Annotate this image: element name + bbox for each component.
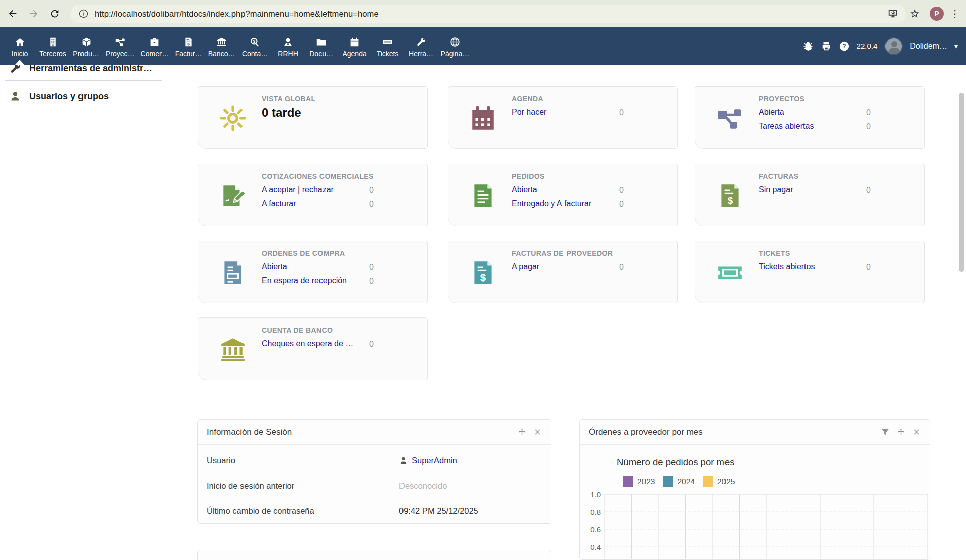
widget-agenda: AGENDA Por hacer 0 (448, 86, 678, 149)
previous-login-value: Desconocido (399, 481, 447, 491)
menu-tab-herramientas[interactable]: Herra… (405, 27, 438, 65)
session-panel-title: Información de Sesión (207, 427, 511, 437)
bookmark-star-icon[interactable] (906, 5, 923, 22)
user-avatar[interactable] (884, 37, 903, 55)
widget-cotizaciones: COTIZACIONES COMERCIALES A aceptar | rec… (198, 164, 428, 226)
menu-tab-agenda[interactable]: Agenda (338, 27, 371, 65)
menu-tab-tickets[interactable]: Tickets (371, 27, 405, 65)
left-sidebar: Herramientas de administr… Usuarios y gr… (0, 65, 167, 560)
project-diagram-icon (115, 34, 125, 47)
session-row-password-change: Último cambio de contraseña 09:42 PM 25/… (198, 501, 551, 522)
agenda-por-hacer-count: 0 (619, 108, 624, 117)
menu-tab-productos[interactable]: Produ… (69, 27, 103, 65)
file-signature-icon (219, 182, 247, 209)
move-widget-icon[interactable] (518, 428, 526, 436)
session-row-usuario: Usuario SuperAdmin (198, 451, 551, 472)
tickets-abiertos-link[interactable]: Tickets abiertos (759, 262, 815, 271)
svg-text:?: ? (842, 43, 846, 50)
menu-tab-comercial[interactable]: Comer… (138, 27, 172, 65)
print-icon[interactable] (821, 41, 832, 52)
site-info-icon[interactable] (78, 9, 89, 19)
widget-pedidos: PEDIDOS Abierta 0 Entregado y A facturar… (448, 164, 678, 226)
chevron-down-icon[interactable]: ▾ (954, 42, 958, 50)
cube-icon (81, 34, 92, 47)
supplier-order-icon (219, 259, 247, 286)
logged-user-label[interactable]: Dolidem… (910, 42, 947, 51)
ordenes-abierta-link[interactable]: Abierta (262, 262, 287, 271)
proveedor-a-pagar-link[interactable]: A pagar (512, 262, 539, 271)
facturas-sin-pagar-link[interactable]: Sin pagar (759, 185, 793, 194)
menu-tab-inicio[interactable]: Inicio (3, 27, 36, 65)
browser-menu-icon[interactable]: ⋮ (948, 8, 966, 20)
install-app-icon[interactable] (884, 5, 901, 22)
cotizaciones-aceptar-link[interactable]: A aceptar | rechazar (262, 185, 334, 194)
svg-text:$: $ (253, 39, 256, 44)
menu-tab-contabilidad[interactable]: $ Conta… (238, 27, 272, 65)
sun-icon (219, 105, 247, 132)
bank-icon (216, 34, 227, 47)
screen: http://localhost/dolibarr/htdocs/index.p… (0, 0, 966, 560)
late-count: 0 tarde (262, 106, 301, 120)
browser-toolbar: http://localhost/dolibarr/htdocs/index.p… (0, 0, 966, 27)
widget-facturas: $ FACTURAS Sin pagar 0 (695, 164, 925, 226)
session-user-link[interactable]: SuperAdmin (399, 456, 457, 465)
close-widget-icon[interactable] (533, 428, 542, 436)
sidebar-divider (5, 112, 162, 112)
sidebar-item-usuarios-grupos[interactable]: Usuarios y grupos (0, 81, 167, 112)
session-info-panel: Información de Sesión Usuario SuperAdmin… (197, 419, 551, 524)
menu-tab-facturacion[interactable]: $ Factur… (172, 27, 205, 65)
menu-tab-bancos[interactable]: Banco… (205, 27, 238, 65)
cotizaciones-facturar-link[interactable]: A facturar (262, 199, 296, 208)
pedidos-entregado-link[interactable]: Entregado y A facturar (512, 199, 591, 208)
sidebar-item-herramientas-admin[interactable]: Herramientas de administr… (0, 65, 167, 80)
building-icon (48, 34, 58, 47)
partial-widget-panel (197, 550, 551, 560)
password-change-value: 09:42 PM 25/12/2025 (399, 506, 478, 516)
tools-icon (416, 34, 426, 47)
search-dollar-icon: $ (250, 34, 260, 47)
user-icon (9, 90, 21, 102)
supplier-orders-chart-panel: Órdenes a proveedor por mes Número de pe… (579, 419, 930, 560)
svg-text:$: $ (480, 272, 486, 283)
back-icon[interactable] (4, 5, 21, 22)
main-menu-tabs: Inicio Terceros Produ… Proyec… (3, 27, 472, 65)
url-bar[interactable]: http://localhost/dolibarr/htdocs/index.p… (70, 5, 906, 23)
ordenes-recepcion-link[interactable]: En espera de recepción (262, 276, 347, 285)
bug-report-icon[interactable] (802, 41, 814, 52)
proyectos-tareas-link[interactable]: Tareas abiertas (759, 122, 814, 130)
forward-icon[interactable] (25, 5, 42, 22)
ticket-icon (716, 259, 744, 286)
file-invoice-dollar-icon: $ (183, 34, 194, 47)
menu-tab-pagina[interactable]: Página… (438, 27, 473, 65)
menu-tab-documentos[interactable]: Docu… (305, 27, 338, 65)
widget-cuenta-banco: CUENTA DE BANCO Cheques en espera de … 0 (198, 317, 428, 380)
menu-tab-proyectos[interactable]: Proyec… (103, 27, 138, 65)
widget-facturas-proveedor: $ FACTURAS DE PROVEEDOR A pagar 0 (448, 241, 678, 303)
file-invoice-dollar-icon: $ (716, 182, 744, 209)
user-tie-icon (283, 34, 293, 47)
svg-text:$: $ (728, 195, 733, 206)
admin-tools-icon (9, 65, 21, 74)
menu-tab-terceros[interactable]: Terceros (36, 27, 69, 65)
user-icon (399, 456, 408, 465)
briefcase-icon (149, 34, 160, 47)
main-menubar: Inicio Terceros Produ… Proyec… (0, 27, 966, 65)
pedidos-abierta-link[interactable]: Abierta (512, 185, 537, 194)
bank-icon (219, 336, 247, 363)
menu-tab-rrhh[interactable]: RRHH (272, 27, 305, 65)
cheques-espera-link[interactable]: Cheques en espera de … (262, 339, 353, 348)
chart-grid (580, 420, 930, 560)
home-icon (15, 34, 25, 47)
folder-icon (316, 34, 327, 47)
url-text[interactable]: http://localhost/dolibarr/htdocs/index.p… (95, 9, 379, 19)
browser-profile-avatar[interactable]: P (930, 7, 944, 21)
session-row-login-anterior: Inicio de sesión anterior Desconocido (198, 476, 551, 497)
project-diagram-icon (716, 105, 744, 132)
agenda-por-hacer-link[interactable]: Por hacer (512, 108, 546, 116)
version-label: 22.0.4 (857, 42, 878, 50)
proyectos-abierta-link[interactable]: Abierta (759, 108, 784, 116)
help-icon[interactable]: ? (839, 41, 850, 52)
reload-icon[interactable] (46, 5, 63, 22)
widget-proyectos: PROYECTOS Abierta 0 Tareas abiertas 0 (695, 86, 925, 149)
page-scrollbar[interactable] (959, 93, 964, 272)
